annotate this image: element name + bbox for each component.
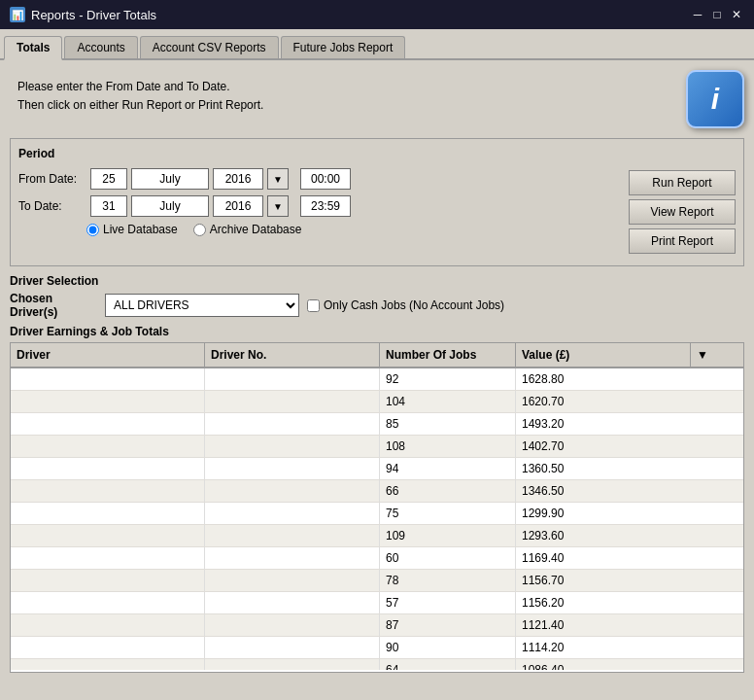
cell-jobs: 87	[380, 614, 516, 636]
cell-jobs: 90	[380, 637, 516, 658]
date-buttons-row: From Date: ▼ To Date: ▼	[18, 168, 736, 258]
cell-driver-no	[205, 570, 380, 591]
table-row: 66 1346.50	[11, 480, 743, 503]
from-day-input[interactable]	[90, 168, 127, 190]
cell-driver	[11, 614, 205, 636]
cell-jobs: 60	[380, 547, 516, 569]
driver-row: Chosen Driver(s) ALL DRIVERS Only Cash J…	[10, 292, 744, 319]
title-bar: 📊 Reports - Driver Totals ─ □ ✕	[0, 0, 754, 29]
cell-driver	[11, 525, 205, 546]
to-date-row: To Date: ▼	[18, 195, 621, 217]
from-year-input[interactable]	[213, 168, 263, 190]
cell-jobs: 85	[380, 413, 516, 435]
cell-value: 1360.50	[516, 458, 697, 479]
table-row: 64 1086.40	[11, 659, 743, 670]
cell-driver	[11, 547, 205, 569]
cell-value: 1121.40	[516, 614, 697, 636]
cell-value: 1293.60	[516, 525, 697, 546]
from-date-label: From Date:	[18, 172, 86, 186]
to-day-input[interactable]	[90, 195, 127, 217]
driver-select[interactable]: ALL DRIVERS	[105, 294, 299, 317]
cell-jobs: 92	[380, 368, 516, 390]
from-time-input[interactable]	[300, 168, 351, 190]
cell-driver	[11, 413, 205, 435]
cell-driver-no	[205, 637, 380, 658]
table-section: Driver Driver No. Number Of Jobs Value (…	[10, 342, 744, 673]
table-header: Driver Driver No. Number Of Jobs Value (…	[11, 343, 743, 368]
from-calendar-button[interactable]: ▼	[267, 168, 289, 190]
table-main: Driver Driver No. Number Of Jobs Value (…	[11, 343, 743, 670]
archive-db-label[interactable]: Archive Database	[193, 223, 302, 236]
table-body: 92 1628.80 104 1620.70 85 1493.20 108 14…	[11, 368, 743, 670]
cell-value: 1156.20	[516, 592, 697, 613]
cell-value: 1493.20	[516, 413, 697, 435]
from-date-row: From Date: ▼	[18, 168, 621, 190]
to-date-label: To Date:	[18, 199, 86, 213]
cell-value: 1156.70	[516, 570, 697, 591]
cell-driver	[11, 391, 205, 412]
view-report-button[interactable]: View Report	[629, 199, 736, 225]
to-year-input[interactable]	[213, 195, 263, 217]
cell-driver-no	[205, 547, 380, 569]
tab-bar: Totals Accounts Account CSV Reports Futu…	[0, 29, 754, 60]
tab-future-jobs[interactable]: Future Jobs Report	[281, 36, 406, 58]
info-text: Please enter the From Date and To Date. …	[10, 70, 271, 122]
live-db-label[interactable]: Live Database	[86, 223, 178, 236]
tab-totals[interactable]: Totals	[4, 36, 62, 60]
table-row: 60 1169.40	[11, 547, 743, 570]
maximize-button[interactable]: □	[709, 7, 725, 22]
col-value: Value (£)	[516, 343, 691, 367]
cell-driver	[11, 368, 205, 390]
info-icon: i	[686, 70, 744, 128]
cell-driver	[11, 458, 205, 479]
col-scroll-placeholder: ▼	[691, 343, 716, 367]
close-button[interactable]: ✕	[729, 7, 744, 22]
table-row: 75 1299.90	[11, 503, 743, 525]
table-row: 109 1293.60	[11, 525, 743, 547]
cash-jobs-checkbox[interactable]	[307, 299, 320, 312]
cell-driver	[11, 659, 205, 670]
cell-driver-no	[205, 480, 380, 502]
to-month-input[interactable]	[131, 195, 209, 217]
minimize-button[interactable]: ─	[690, 7, 705, 22]
main-content: Please enter the From Date and To Date. …	[0, 60, 754, 700]
cell-driver-no	[205, 503, 380, 524]
table-wrapper: Driver Driver No. Number Of Jobs Value (…	[11, 343, 743, 670]
cell-driver-no	[205, 525, 380, 546]
tab-account-csv[interactable]: Account CSV Reports	[140, 36, 279, 58]
cash-jobs-label[interactable]: Only Cash Jobs (No Account Jobs)	[307, 298, 504, 312]
live-db-radio[interactable]	[86, 224, 99, 236]
cell-driver	[11, 480, 205, 502]
to-time-input[interactable]	[300, 195, 351, 217]
info-bar: Please enter the From Date and To Date. …	[10, 70, 744, 128]
col-driver-no: Driver No.	[205, 343, 380, 367]
cell-value: 1169.40	[516, 547, 697, 569]
window-title: Reports - Driver Totals	[31, 8, 156, 22]
cell-jobs: 78	[380, 570, 516, 591]
report-buttons-group: Run Report View Report Print Report	[629, 168, 736, 258]
period-panel: Period From Date: ▼ To Date:	[10, 138, 744, 266]
table-row: 87 1121.40	[11, 614, 743, 637]
table-row: 85 1493.20	[11, 413, 743, 436]
print-report-button[interactable]: Print Report	[629, 228, 736, 254]
cell-jobs: 94	[380, 458, 516, 479]
to-calendar-button[interactable]: ▼	[267, 195, 289, 217]
cell-value: 1114.20	[516, 637, 697, 658]
archive-db-radio[interactable]	[193, 224, 206, 236]
cell-driver	[11, 503, 205, 524]
info-line1: Please enter the From Date and To Date.	[17, 78, 263, 96]
cell-value: 1628.80	[516, 368, 697, 390]
cell-jobs: 66	[380, 480, 516, 502]
from-month-input[interactable]	[131, 168, 209, 190]
table-row: 92 1628.80	[11, 368, 743, 391]
title-bar-controls: ─ □ ✕	[690, 7, 744, 22]
driver-selection-section: Driver Selection Chosen Driver(s) ALL DR…	[10, 274, 744, 319]
cell-value: 1402.70	[516, 436, 697, 457]
chosen-drivers-label: Chosen Driver(s)	[10, 292, 97, 319]
cell-driver-no	[205, 659, 380, 670]
info-line2: Then click on either Run Report or Print…	[17, 96, 263, 115]
table-row: 90 1114.20	[11, 637, 743, 659]
run-report-button[interactable]: Run Report	[629, 170, 736, 195]
tab-accounts[interactable]: Accounts	[64, 36, 137, 58]
cash-jobs-text: Only Cash Jobs (No Account Jobs)	[324, 298, 504, 312]
